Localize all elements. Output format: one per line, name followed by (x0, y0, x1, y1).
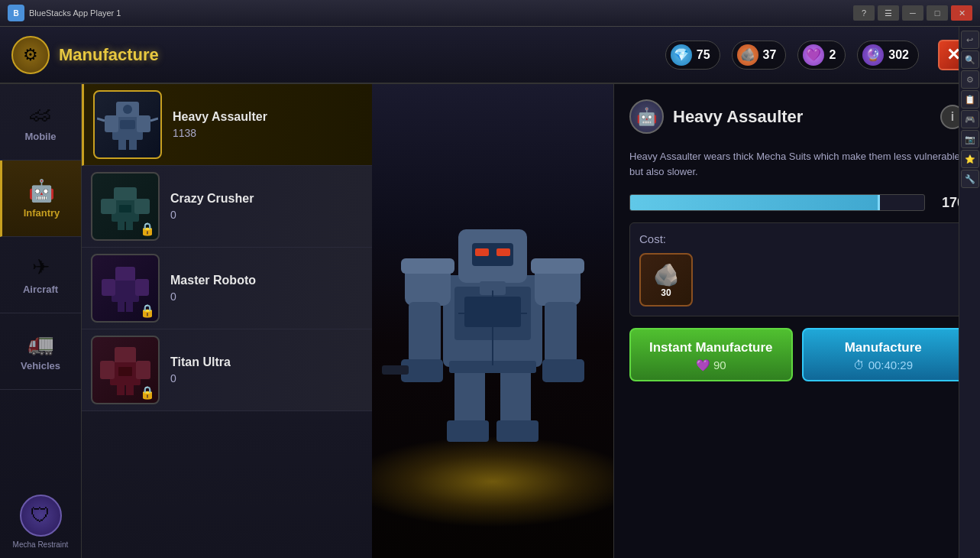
svg-rect-46 (454, 365, 485, 427)
unit-item-master-roboto[interactable]: 🔒 Master Roboto 0 (82, 248, 372, 329)
unit-name-master-roboto: Master Roboto (170, 274, 363, 287)
manufacture-time-value: 00:40:29 (868, 358, 913, 371)
mobile-label: Mobile (24, 131, 56, 142)
svg-rect-41 (409, 302, 441, 363)
svg-line-9 (150, 118, 158, 121)
progress-bar-fill (630, 195, 880, 210)
minerals-icon: 🪨 (737, 44, 758, 66)
unit-item-titan-ultra[interactable]: 🔒 Titan Ultra 0 (82, 329, 372, 411)
menu-button[interactable]: ☰ (878, 5, 899, 21)
sidebar-item-infantry[interactable]: 🤖 Infantry (0, 161, 81, 237)
svg-rect-5 (129, 136, 137, 150)
manufacture-button[interactable]: Manufacture ⏱ 00:40:29 (802, 328, 965, 381)
svg-rect-45 (382, 365, 409, 375)
unit-info-crazy-crusher: Crazy Crusher 0 (170, 192, 363, 221)
toolbar-btn-7[interactable]: ⭐ (961, 150, 979, 168)
heavy-assaulter-thumbnail (97, 94, 158, 155)
robot-figure (372, 176, 613, 497)
infantry-icon: 🤖 (28, 178, 55, 203)
instant-manufacture-label: Instant Manufacture (639, 340, 784, 355)
svg-rect-13 (134, 199, 150, 214)
svg-rect-26 (136, 361, 150, 379)
unit-list: Heavy Assaulter 1138 🔒 Crazy Crusher (82, 84, 372, 558)
sidebar-item-vehicles[interactable]: 🚛 Vehicles (0, 313, 81, 390)
toolbar-btn-4[interactable]: 📋 (961, 90, 979, 109)
toolbar-btn-2[interactable]: 🔍 (961, 50, 979, 69)
help-button[interactable]: ? (853, 5, 875, 21)
profile-avatar: 🛡 (20, 495, 62, 537)
svg-rect-18 (112, 281, 139, 302)
resource-diamonds: 💎 75 (665, 41, 720, 70)
unit-thumb-titan-ultra: 🔒 (91, 336, 160, 404)
detail-panel: 🤖 Heavy Assaulter i Heavy Assaulter wear… (613, 84, 980, 558)
toolbar-btn-1[interactable]: ↩ (961, 31, 979, 49)
manufacture-label: Manufacture (811, 340, 956, 355)
toolbar-btn-6[interactable]: 📷 (961, 130, 979, 148)
svg-rect-3 (137, 115, 150, 132)
profile-label: Mecha Restraint (13, 540, 69, 549)
unit-count-crazy-crusher: 0 (170, 209, 363, 221)
svg-rect-21 (118, 300, 125, 312)
vehicles-icon: 🚛 (27, 331, 54, 356)
window-close-button[interactable]: ✕ (951, 5, 972, 21)
mobile-icon: 🏎 (30, 102, 51, 127)
svg-rect-48 (447, 420, 489, 442)
instant-cost-value: 90 (713, 358, 726, 371)
window-controls[interactable]: ? ☰ ─ □ ✕ (853, 5, 972, 21)
svg-rect-19 (102, 279, 115, 296)
svg-rect-25 (100, 361, 115, 379)
resource-crystals: 🔮 302 (857, 41, 919, 70)
toolbar-btn-5[interactable]: 🎮 (961, 110, 979, 128)
titan-ultra-thumbnail (95, 339, 156, 401)
unit-count-master-roboto: 0 (170, 290, 363, 303)
robot-display-area (372, 84, 613, 558)
maximize-button[interactable]: □ (927, 5, 948, 21)
svg-rect-44 (542, 359, 584, 382)
svg-rect-49 (496, 420, 539, 442)
svg-point-6 (123, 105, 132, 114)
unit-avatar: 🤖 (629, 99, 664, 134)
svg-rect-12 (101, 199, 116, 214)
cost-minerals-amount: 30 (661, 287, 671, 298)
unit-count-titan-ultra: 0 (170, 372, 363, 384)
svg-rect-2 (105, 115, 118, 132)
game-header: ⚙ Manufacture 💎 75 🪨 37 💜 2 🔮 302 ✕ (0, 27, 980, 84)
bottom-profile: 🛡 Mecha Restraint (0, 485, 81, 558)
instant-manufacture-cost: 💜 90 (696, 358, 726, 371)
cost-section: Cost: 🪨 30 (629, 222, 965, 316)
unit-detail-name: Heavy Assaulter (673, 107, 931, 127)
svg-rect-22 (126, 300, 133, 312)
vehicles-label: Vehicles (21, 360, 60, 371)
sidebar-item-aircraft[interactable]: ✈ Aircraft (0, 237, 81, 313)
toolbar-btn-3[interactable]: ⚙ (961, 70, 979, 89)
infantry-label: Infantry (24, 207, 60, 219)
sidebar-item-mobile[interactable]: 🏎 Mobile (0, 84, 81, 161)
unit-item-heavy-assaulter[interactable]: Heavy Assaulter 1138 (82, 84, 372, 166)
svg-rect-42 (545, 302, 577, 363)
resource-tokens: 💜 2 (797, 41, 846, 70)
svg-rect-29 (118, 367, 132, 376)
cost-minerals-icon: 🪨 (653, 262, 680, 287)
svg-rect-7 (120, 120, 135, 129)
main-layout: 🏎 Mobile 🤖 Infantry ✈ Aircraft 🚛 Vehicle… (0, 84, 980, 558)
svg-rect-47 (500, 365, 531, 427)
svg-rect-14 (118, 219, 125, 230)
unit-item-crazy-crusher[interactable]: 🔒 Crazy Crusher 0 (82, 166, 372, 248)
manufacture-time: ⏱ 00:40:29 (853, 358, 913, 371)
minimize-button[interactable]: ─ (902, 5, 923, 21)
resource-minerals: 🪨 37 (732, 41, 787, 70)
svg-rect-28 (126, 383, 134, 395)
manufacture-icon: ⚙ (11, 36, 50, 74)
unit-name-crazy-crusher: Crazy Crusher (170, 192, 363, 206)
instant-manufacture-button[interactable]: Instant Manufacture 💜 90 (629, 328, 793, 381)
unit-info-titan-ultra: Titan Ultra 0 (170, 355, 363, 384)
svg-rect-15 (126, 219, 133, 230)
resource-bar: 💎 75 🪨 37 💜 2 🔮 302 ✕ (665, 40, 969, 70)
crazy-crusher-thumbnail (95, 176, 156, 237)
unit-detail-header: 🤖 Heavy Assaulter i (629, 99, 965, 134)
toolbar-btn-8[interactable]: 🔧 (961, 170, 979, 188)
unit-count-heavy-assaulter: 1138 (173, 127, 363, 139)
profile-section[interactable]: 🛡 Mecha Restraint (0, 485, 81, 558)
robot-svg (372, 176, 613, 497)
progress-bar-container (629, 194, 925, 211)
